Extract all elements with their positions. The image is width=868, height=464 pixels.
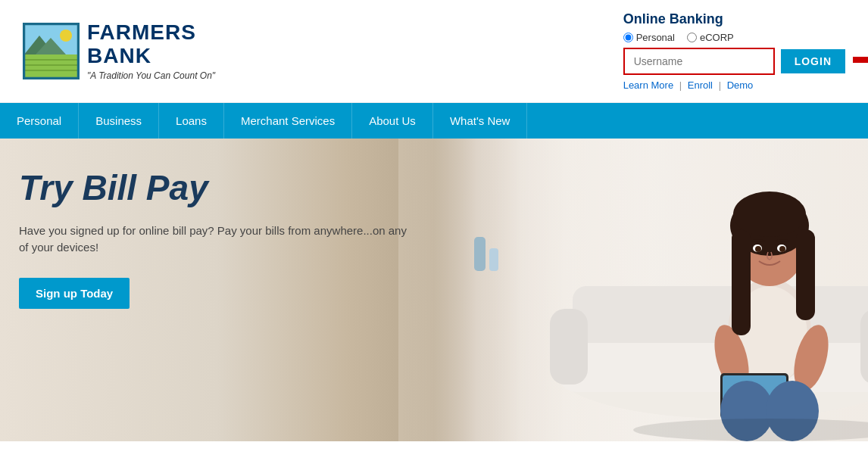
- nav-loans[interactable]: Loans: [159, 103, 224, 139]
- enroll-link[interactable]: Enroll: [688, 79, 713, 91]
- signup-button[interactable]: Sign up Today: [19, 278, 130, 309]
- logo-icon: [23, 23, 80, 79]
- main-nav: Personal Business Loans Merchant Service…: [0, 103, 868, 139]
- hero-image: [398, 139, 868, 441]
- arrow-indicator: [853, 49, 868, 73]
- radio-ecorp[interactable]: eCORP: [687, 32, 734, 43]
- nav-business[interactable]: Business: [79, 103, 159, 139]
- svg-rect-36: [474, 237, 486, 271]
- login-row: LOGIN: [623, 48, 845, 75]
- radio-personal-label: Personal: [636, 32, 675, 43]
- svg-point-31: [779, 246, 785, 252]
- banking-links: Learn More | Enroll | Demo: [623, 79, 754, 91]
- hero-content: Try Bill Pay Have you signed up for onli…: [19, 169, 413, 309]
- learn-more-link[interactable]: Learn More: [623, 79, 673, 91]
- nav-whats-new[interactable]: What's New: [433, 103, 528, 139]
- demo-link[interactable]: Demo: [727, 79, 754, 91]
- hero-description: Have you signed up for online bill pay? …: [19, 223, 413, 257]
- hero-title: Try Bill Pay: [19, 169, 413, 207]
- nav-personal[interactable]: Personal: [0, 103, 79, 139]
- radio-personal-input[interactable]: [623, 33, 633, 42]
- svg-rect-37: [489, 248, 498, 271]
- svg-point-27: [733, 192, 806, 237]
- online-banking-title: Online Banking: [623, 11, 723, 27]
- radio-personal[interactable]: Personal: [623, 32, 675, 43]
- svg-rect-10: [853, 57, 868, 63]
- separator-1: |: [679, 79, 685, 91]
- svg-rect-16: [550, 309, 588, 385]
- logo-area: FARMERS BANK "A Tradition You Can Count …: [23, 21, 215, 82]
- svg-rect-26: [796, 229, 815, 320]
- svg-rect-5: [24, 54, 78, 78]
- online-banking-panel: Online Banking Personal eCORP LOGIN: [623, 11, 845, 91]
- svg-rect-25: [732, 229, 751, 335]
- login-button[interactable]: LOGIN: [781, 49, 845, 73]
- svg-point-30: [755, 246, 761, 252]
- bank-tagline: "A Tradition You Can Count On": [87, 70, 215, 81]
- logo-text: FARMERS BANK "A Tradition You Can Count …: [87, 21, 215, 82]
- nav-merchant-services[interactable]: Merchant Services: [224, 103, 352, 139]
- svg-rect-17: [860, 309, 868, 385]
- hero-section: Try Bill Pay Have you signed up for onli…: [0, 139, 868, 441]
- radio-ecorp-label: eCORP: [700, 32, 734, 43]
- bank-name: FARMERS BANK: [87, 21, 215, 68]
- separator-2: |: [719, 79, 724, 91]
- svg-point-2: [60, 30, 72, 42]
- username-input[interactable]: [623, 48, 775, 75]
- account-type-selector[interactable]: Personal eCORP: [623, 32, 734, 43]
- radio-ecorp-input[interactable]: [687, 33, 697, 42]
- page-header: FARMERS BANK "A Tradition You Can Count …: [0, 0, 868, 103]
- nav-about-us[interactable]: About Us: [352, 103, 433, 139]
